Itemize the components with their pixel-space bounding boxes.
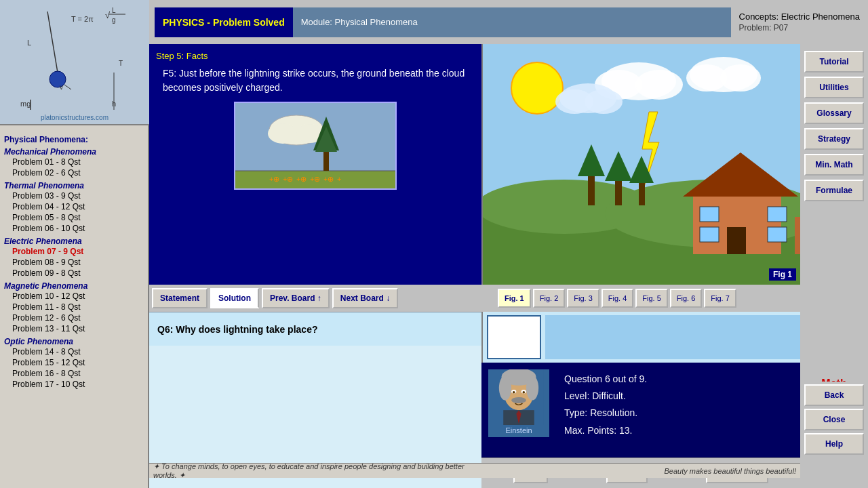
nav-item[interactable]: Problem 05 - 8 Qst <box>4 212 144 223</box>
status-right: Beauty makes beautiful things beautiful! <box>475 467 800 475</box>
svg-text:g: g <box>112 16 116 24</box>
nav-item[interactable]: Problem 13 - 11 Qst <box>4 323 144 334</box>
svg-text:T = 2π: T = 2π <box>71 15 94 23</box>
question-text: Q6: Why does lightning take place? <box>157 324 317 335</box>
nav-item[interactable]: Problem 12 - 6 Qst <box>4 312 144 323</box>
nav-item[interactable]: Problem 03 - 9 Qst <box>4 190 144 201</box>
nav-section: Thermal PhenomenaProblem 03 - 9 QstProbl… <box>4 181 144 234</box>
app-title: PHYSICS - Problem Solved <box>155 7 293 37</box>
left-sidebar: L T = 2π √ L g v mg h T platonicstructur… <box>0 0 149 488</box>
help-button[interactable]: Help <box>804 433 864 455</box>
q-line2: Level: Difficult. <box>564 388 792 405</box>
svg-rect-50 <box>639 180 645 205</box>
nav-item[interactable]: Problem 02 - 6 Qst <box>4 167 144 178</box>
utilities-button[interactable]: Utilities <box>804 77 864 98</box>
svg-point-63 <box>499 375 511 400</box>
solution-button[interactable]: Solution <box>210 288 259 308</box>
score-area <box>481 312 800 363</box>
svg-rect-22 <box>323 149 329 171</box>
fig5-button[interactable]: Fig. 5 <box>635 289 668 308</box>
svg-point-35 <box>511 62 563 114</box>
problem-id: Problem: P07 <box>739 23 789 33</box>
concepts-bar: Concepts: Electric Phenomena Problem: P0… <box>731 9 868 35</box>
glossary-button[interactable]: Glossary <box>804 102 864 124</box>
strategy-button[interactable]: Strategy <box>804 128 864 150</box>
einstein-portrait <box>492 369 546 425</box>
nav-section-title: Mechanical Phenomena <box>4 147 144 157</box>
fact-step: Step 5: Facts <box>156 51 475 61</box>
close-button[interactable]: Close <box>804 409 864 430</box>
svg-text:+: + <box>337 175 341 183</box>
nav-section: Mechanical PhenomenaProblem 01 - 8 QstPr… <box>4 147 144 178</box>
nav-item[interactable]: Problem 15 - 12 Qst <box>4 357 144 368</box>
step-number: Step 5: <box>156 51 184 61</box>
back-button[interactable]: Back <box>804 384 864 406</box>
status-bar: ✦ To change minds, to open eyes, to educ… <box>149 463 800 478</box>
right-panel: Tutorial Utilities Glossary Strategy Min… <box>800 44 868 478</box>
svg-point-20 <box>268 123 298 144</box>
svg-rect-46 <box>588 171 595 205</box>
svg-text:+⊕: +⊕ <box>296 175 307 183</box>
nav-item[interactable]: Problem 11 - 8 Qst <box>4 302 144 312</box>
fact-text: F5: Just before the lightning strike occ… <box>156 66 475 95</box>
fig4-button[interactable]: Fig. 4 <box>601 289 634 308</box>
nav-item[interactable]: Problem 07 - 9 Qst <box>4 246 144 257</box>
nav-section: Optic PhenomenaProblem 14 - 8 QstProblem… <box>4 337 144 390</box>
main-content: Step 5: Facts F5: Just before the lightn… <box>149 44 800 478</box>
nav-item[interactable]: Problem 06 - 10 Qst <box>4 223 144 234</box>
nav-main-title: Physical Phenomena: <box>4 135 144 144</box>
svg-text:+⊕: +⊕ <box>283 175 293 183</box>
next-board-button[interactable]: Next Board ↓ <box>332 288 398 308</box>
nav-item[interactable]: Problem 14 - 8 Qst <box>4 346 144 357</box>
einstein-info-area: Einstein Question 6 out of 9. Level: Dif… <box>481 363 800 458</box>
svg-point-69 <box>511 397 526 403</box>
question-row: Q6: Why does lightning take place? <box>149 312 481 346</box>
svg-text:L: L <box>27 39 31 47</box>
nav-item[interactable]: Problem 01 - 8 Qst <box>4 157 144 167</box>
fig3-button[interactable]: Fig. 3 <box>567 289 599 308</box>
fig7-button[interactable]: Fig. 7 <box>704 289 736 308</box>
svg-point-44 <box>585 89 623 114</box>
svg-text:+⊕: +⊕ <box>323 175 334 183</box>
fig6-button[interactable]: Fig. 6 <box>670 289 703 308</box>
svg-text:+⊕: +⊕ <box>310 175 320 183</box>
svg-point-2 <box>50 71 66 87</box>
pendulum-area: L T = 2π √ L g v mg h T platonicstructur… <box>0 0 149 125</box>
min-math-button[interactable]: Min. Math <box>804 154 864 176</box>
figure-area: Fig 1 <box>481 44 800 285</box>
svg-rect-57 <box>700 227 719 242</box>
einstein-image: Einstein <box>488 369 549 437</box>
right-bottom-buttons: Back Close Help <box>800 382 868 463</box>
svg-point-41 <box>720 64 761 92</box>
svg-point-38 <box>635 70 683 100</box>
nav-section-title: Electric Phenomena <box>4 237 144 246</box>
nav-item[interactable]: Problem 17 - 10 Qst <box>4 379 144 390</box>
tutorial-button[interactable]: Tutorial <box>804 51 864 73</box>
site-credit: platonicstructures.com <box>0 114 149 121</box>
statement-button[interactable]: Statement <box>152 288 208 308</box>
svg-rect-55 <box>700 207 719 222</box>
formulae-button[interactable]: Formulae <box>804 180 864 201</box>
svg-text:√: √ <box>105 10 111 20</box>
q-line3: Type: Resolution. <box>564 405 792 422</box>
nav-item[interactable]: Problem 09 - 8 Qst <box>4 268 144 279</box>
landscape-scene: Fig 1 <box>483 44 800 285</box>
prev-board-button[interactable]: Prev. Board ↑ <box>262 288 330 308</box>
status-left: ✦ To change minds, to open eyes, to educ… <box>149 463 475 478</box>
pendulum-diagram: L T = 2π √ L g v mg h T <box>7 5 142 120</box>
svg-rect-58 <box>768 227 787 242</box>
svg-point-68 <box>522 391 525 394</box>
fig1-button[interactable]: Fig. 1 <box>498 289 531 308</box>
step-label: Facts <box>186 51 208 61</box>
top-header: PHYSICS - Problem Solved Module: Physica… <box>149 0 868 44</box>
q-line4: Max. Points: 13. <box>564 422 792 439</box>
nav-item[interactable]: Problem 16 - 8 Qst <box>4 368 144 379</box>
nav-item[interactable]: Problem 08 - 9 Qst <box>4 257 144 268</box>
svg-text:T: T <box>119 60 123 67</box>
nav-sections-container: Mechanical PhenomenaProblem 01 - 8 QstPr… <box>4 147 144 390</box>
nav-item[interactable]: Problem 10 - 12 Qst <box>4 291 144 302</box>
fig2-button[interactable]: Fig. 2 <box>533 289 566 308</box>
nav-item[interactable]: Problem 04 - 12 Qst <box>4 201 144 212</box>
chart-box <box>487 315 541 359</box>
bar-chart <box>488 317 540 347</box>
